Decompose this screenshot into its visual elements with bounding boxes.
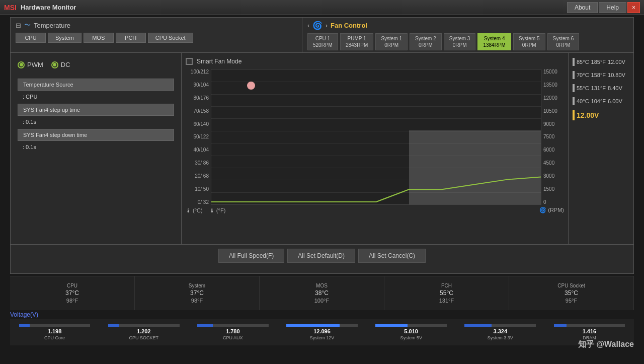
stats-bar: CPU 37°C 98°F System 37°C 98°F MOS 38°C … bbox=[10, 276, 634, 310]
volt-bar-track-sys12v bbox=[286, 324, 358, 327]
fan-btn-sys3[interactable]: System 30RPM bbox=[444, 33, 476, 50]
all-full-speed-button[interactable]: All Full Speed(F) bbox=[218, 249, 284, 263]
fan-nav-prev-icon[interactable]: ‹ bbox=[307, 22, 309, 29]
voltage-val-4: 6.00V bbox=[608, 98, 622, 104]
app-title: Hardware Monitor bbox=[21, 4, 76, 11]
fan-btn-cpu1[interactable]: CPU 1520RPM bbox=[307, 33, 338, 50]
all-set-cancel-button[interactable]: All Set Cancel(C) bbox=[358, 249, 426, 263]
voltage-row-2: 70°C 158°F 10.80V bbox=[573, 71, 629, 79]
volt-bar-fill-sys5v bbox=[375, 324, 408, 327]
volt-bar-fill-sys33v bbox=[464, 324, 492, 327]
volt-bar-track-sys33v bbox=[464, 324, 536, 327]
middle-section: PWM DC Temperature Source : CPU SYS Fan4… bbox=[11, 53, 633, 244]
about-button[interactable]: About bbox=[567, 2, 598, 13]
all-set-default-button[interactable]: All Set Default(D) bbox=[287, 249, 355, 263]
dc-label: DC bbox=[61, 61, 70, 68]
voltage-indicator-1 bbox=[573, 58, 575, 66]
main-container: ⊟ 〜 Temperature CPU System MOS PCH CPU S… bbox=[10, 17, 634, 274]
volt-bar-track-sys5v bbox=[375, 324, 447, 327]
volt-bar-fill-cpu-aux bbox=[197, 324, 213, 327]
temp-btn-mos[interactable]: MOS bbox=[84, 33, 114, 43]
step-down-button[interactable]: SYS Fan4 step down time bbox=[18, 129, 174, 141]
voltage-fahr-3: 131°F bbox=[591, 85, 606, 91]
fan-nav-next-icon[interactable]: › bbox=[326, 22, 328, 29]
voltage-section-label: Voltage(V) bbox=[0, 310, 644, 319]
volt-bar-fill-cpu-core bbox=[19, 324, 30, 327]
temp-btn-cpu[interactable]: CPU bbox=[16, 33, 46, 43]
fan-btn-sys4[interactable]: System 41384RPM bbox=[477, 33, 511, 50]
volt-bar-track-dram bbox=[554, 324, 625, 327]
voltage-indicator-4 bbox=[573, 97, 575, 105]
step-up-button[interactable]: SYS Fan4 step up time bbox=[18, 104, 174, 116]
volt-item-dram: 1.416 DRAM bbox=[545, 324, 634, 340]
temp-wave-icon: 〜 bbox=[24, 21, 31, 30]
chart-wrapper: 100/212 90/104 80/176 70/158 60/140 50/1… bbox=[186, 69, 564, 205]
fan-btn-pump1[interactable]: PUMP 12843RPM bbox=[340, 33, 373, 50]
volt-item-cpu-socket: 1.202 CPU SOCKET bbox=[99, 324, 188, 340]
voltage-val-2: 10.80V bbox=[608, 72, 625, 78]
stat-cpu-socket: CPU Socket 35°C 95°F bbox=[509, 276, 634, 310]
chart-legend: 🌡 (°C) 🌡 (°F) 🌀 (RPM) bbox=[186, 207, 564, 213]
current-voltage-display: 12.00V bbox=[573, 110, 629, 120]
temp-btn-cpu-socket[interactable]: CPU Socket bbox=[148, 33, 193, 43]
pwm-dc-row: PWM DC bbox=[18, 61, 174, 68]
chart-x-labels: 🌡 (°C) 🌡 (°F) bbox=[186, 207, 225, 213]
voltage-fahr-2: 158°F bbox=[591, 72, 606, 78]
voltage-val-1: 12.00V bbox=[608, 59, 625, 65]
fan-btn-sys5[interactable]: System 50RPM bbox=[513, 33, 545, 50]
smart-fan-label: Smart Fan Mode bbox=[197, 58, 242, 65]
temp-source-value: : CPU bbox=[18, 93, 174, 104]
fan-btn-sys2[interactable]: System 20RPM bbox=[410, 33, 442, 50]
chart-grid[interactable] bbox=[211, 69, 541, 205]
fan-control-title: Fan Control bbox=[331, 22, 367, 29]
voltage-row-1: 85°C 185°F 12.00V bbox=[573, 58, 629, 66]
watermark: 知乎 @Wallace bbox=[578, 339, 634, 350]
smart-fan-checkbox[interactable] bbox=[186, 58, 193, 65]
pwm-radio[interactable]: PWM bbox=[18, 61, 43, 68]
step-up-value: : 0.1s bbox=[18, 118, 174, 129]
bottom-buttons: All Full Speed(F) All Set Default(D) All… bbox=[11, 244, 633, 267]
fan-nav: ‹ 🌀 › Fan Control bbox=[307, 21, 628, 30]
stat-mos: MOS 38°C 100°F bbox=[260, 276, 384, 310]
voltage-temp-2: 70°C bbox=[577, 72, 589, 78]
top-section: ⊟ 〜 Temperature CPU System MOS PCH CPU S… bbox=[11, 18, 633, 53]
help-button[interactable]: Help bbox=[599, 2, 626, 13]
dc-radio[interactable]: DC bbox=[51, 61, 70, 68]
voltage-val-3: 8.40V bbox=[608, 85, 622, 91]
temp-header: ⊟ 〜 Temperature bbox=[16, 21, 297, 30]
voltage-row-3: 55°C 131°F 8.40V bbox=[573, 84, 629, 92]
temp-title: Temperature bbox=[34, 22, 70, 29]
current-voltage-value: 12.00V bbox=[577, 111, 599, 119]
volt-bar-track-cpu-socket bbox=[108, 324, 180, 327]
volt-item-cpu-core: 1.198 CPU Core bbox=[10, 324, 99, 340]
temp-btn-pch[interactable]: PCH bbox=[116, 33, 146, 43]
left-controls: PWM DC Temperature Source : CPU SYS Fan4… bbox=[11, 53, 182, 244]
fan-control-header: ‹ 🌀 › Fan Control CPU 1520RPM PUMP 12843… bbox=[302, 18, 633, 52]
chart-control-dot[interactable] bbox=[247, 82, 255, 90]
stat-pch: PCH 55°C 131°F bbox=[384, 276, 509, 310]
voltage-temp-3: 55°C bbox=[577, 85, 589, 91]
rpm-label: 🌀 (RPM) bbox=[539, 207, 564, 213]
voltage-bar: 1.198 CPU Core 1.202 CPU SOCKET 1.780 CP… bbox=[10, 319, 634, 345]
right-voltage-panel: 85°C 185°F 12.00V 70°C 158°F 10.80V 55°C… bbox=[568, 53, 633, 244]
fan-buttons: CPU 1520RPM PUMP 12843RPM System 10RPM S… bbox=[307, 33, 628, 50]
volt-item-sys33v: 3.324 System 3.3V bbox=[456, 324, 545, 340]
fan-btn-sys6[interactable]: System 60RPM bbox=[547, 33, 580, 50]
temp-source-button[interactable]: Temperature Source bbox=[18, 79, 174, 91]
fan-btn-sys1[interactable]: System 10RPM bbox=[375, 33, 408, 50]
volt-bar-track-cpu-aux bbox=[197, 324, 269, 327]
stat-system: System 37°C 98°F bbox=[135, 276, 260, 310]
voltage-indicator-3 bbox=[573, 84, 575, 92]
temp-panel-icon: ⊟ bbox=[16, 22, 21, 29]
temp-buttons: CPU System MOS PCH CPU Socket bbox=[16, 33, 297, 43]
close-button[interactable]: × bbox=[627, 2, 640, 13]
volt-item-cpu-aux: 1.780 CPU AUX bbox=[188, 324, 277, 340]
chart-area: Smart Fan Mode 100/212 90/104 80/176 70/… bbox=[182, 53, 568, 244]
volt-item-sys5v: 5.010 System 5V bbox=[367, 324, 456, 340]
stat-cpu: CPU 37°C 98°F bbox=[10, 276, 135, 310]
y-axis-right: 15000 13500 12000 10500 9000 7500 6000 4… bbox=[541, 69, 564, 205]
temp-btn-system[interactable]: System bbox=[48, 33, 82, 43]
app-logo-icon: MSI bbox=[4, 4, 17, 12]
voltage-fahr-1: 185°F bbox=[591, 59, 606, 65]
volt-bar-fill-sys12v bbox=[286, 324, 340, 327]
